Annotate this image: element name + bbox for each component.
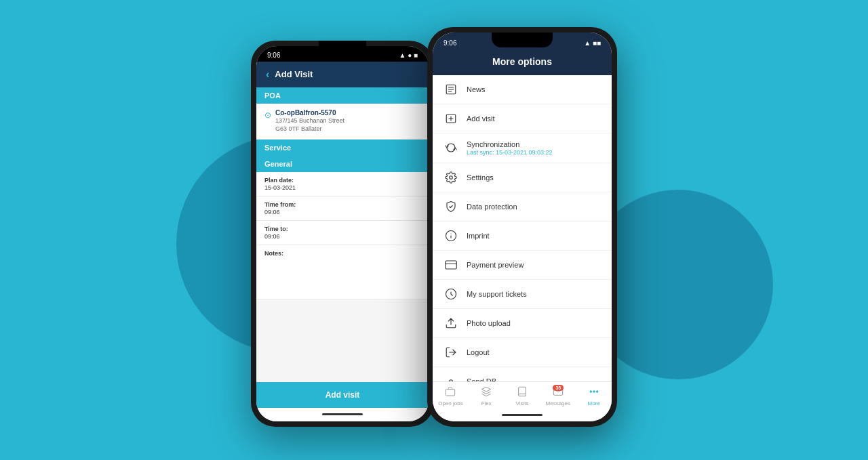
notch-1 — [319, 46, 366, 51]
svg-point-7 — [450, 175, 453, 179]
home-indicator-1 — [322, 413, 363, 415]
svg-point-21 — [596, 391, 597, 392]
menu-icon-payment — [443, 257, 458, 272]
menu-item-content-logout: Logout — [467, 348, 601, 356]
service-section-header: Service — [256, 140, 429, 156]
phone-add-visit: 9:06 ▲ ● ■ ‹ Add Visit POA ⊙ Co-op — [251, 41, 434, 427]
menu-icon-news — [443, 82, 458, 97]
time-to-label: Time to: — [264, 226, 420, 232]
menu-icon-upload — [443, 316, 458, 331]
status-time-1: 9:06 — [267, 51, 280, 59]
menu-item-content-photo-upload: Photo upload — [467, 319, 601, 327]
location-name: Co-opBalfron-5570 — [275, 109, 344, 117]
time-from-value: 09:06 — [264, 209, 420, 215]
add-visit-button[interactable]: Add visit — [256, 382, 429, 408]
menu-item-support-tickets[interactable]: My support tickets — [433, 280, 612, 309]
tab-icon-messages: 35 — [553, 386, 564, 399]
menu-item-synchronization[interactable]: SynchronizationLast sync: 15-03-2021 09:… — [433, 133, 612, 163]
location-address-1: 137/145 Buchanan Street — [275, 117, 344, 125]
plan-date-label: Plan date: — [264, 177, 420, 184]
svg-rect-17 — [446, 389, 455, 395]
status-time-2: 9:06 — [443, 39, 456, 47]
menu-item-imprint[interactable]: Imprint — [433, 222, 612, 251]
menu-item-content-settings: Settings — [467, 173, 601, 182]
messages-badge: 35 — [553, 385, 564, 391]
phone-more-options: 9:06 ▲ ■■ More options News Add visit Sy… — [427, 27, 617, 427]
menu-item-add-visit[interactable]: Add visit — [433, 104, 612, 133]
menu-icon-info — [443, 228, 458, 243]
phone-1-content: POA ⊙ Co-opBalfron-5570 137/145 Buchanan… — [256, 87, 429, 382]
menu-item-content-payment-preview: Payment preview — [467, 261, 601, 269]
menu-item-send-db[interactable]: Send DB — [433, 367, 612, 381]
phone-1-screen: 9:06 ▲ ● ■ ‹ Add Visit POA ⊙ Co-op — [256, 46, 429, 421]
menu-item-content-add-visit: Add visit — [467, 114, 601, 123]
phone-1-header: ‹ Add Visit — [256, 62, 429, 87]
menu-icon-settings — [443, 170, 458, 185]
svg-point-20 — [593, 391, 595, 392]
menu-item-news[interactable]: News — [433, 75, 612, 104]
menu-item-label-settings: Settings — [467, 173, 494, 182]
menu-item-label-news: News — [467, 85, 486, 93]
time-to-value: 09:06 — [264, 233, 420, 240]
tab-item-flex[interactable]: Flex — [469, 386, 505, 406]
tab-label-open-jobs: Open jobs — [438, 400, 462, 406]
menu-item-sublabel-synchronization: Last sync: 15-03-2021 09:03:22 — [467, 149, 601, 156]
phone-1-bottom-bar — [256, 408, 429, 421]
phone-2-header: More options — [433, 51, 612, 75]
plan-date-field: Plan date: 15-03-2021 — [256, 172, 429, 196]
tab-icon-open-jobs — [445, 386, 456, 399]
notes-field: Notes: — [256, 245, 429, 299]
status-icons-2: ▲ ■■ — [584, 39, 601, 47]
menu-item-settings[interactable]: Settings — [433, 163, 612, 192]
menu-item-photo-upload[interactable]: Photo upload — [433, 309, 612, 338]
menu-item-payment-preview[interactable]: Payment preview — [433, 251, 612, 280]
add-visit-title: Add Visit — [275, 69, 313, 79]
phone-2-screen: 9:06 ▲ ■■ More options News Add visit Sy… — [433, 33, 612, 421]
time-from-label: Time from: — [264, 201, 420, 208]
tab-label-more: More — [587, 400, 599, 406]
tab-label-messages: Messages — [546, 400, 570, 406]
time-to-field: Time to: 09:06 — [256, 221, 429, 245]
menu-item-label-photo-upload: Photo upload — [467, 319, 511, 327]
home-indicator-2 — [502, 414, 542, 416]
general-section-header: General — [256, 156, 429, 172]
menu-icon-sync — [443, 140, 458, 155]
menu-item-content-news: News — [467, 85, 601, 93]
location-item[interactable]: ⊙ Co-opBalfron-5570 137/145 Buchanan Str… — [256, 104, 429, 140]
menu-item-label-payment-preview: Payment preview — [467, 261, 524, 269]
menu-icon-add-visit — [443, 111, 458, 126]
phones-wrapper: 9:06 ▲ ● ■ ‹ Add Visit POA ⊙ Co-op — [251, 27, 617, 434]
menu-list: News Add visit SynchronizationLast sync:… — [433, 75, 612, 381]
plan-date-value: 15-03-2021 — [264, 184, 420, 191]
tab-icon-more — [589, 386, 599, 399]
menu-item-label-data-protection: Data protection — [467, 203, 517, 211]
tab-item-messages[interactable]: 35 Messages — [540, 386, 576, 406]
tab-bar: Open jobs Flex Visits 35 Messages More — [433, 381, 612, 409]
menu-item-content-support-tickets: My support tickets — [467, 290, 601, 298]
tab-item-open-jobs[interactable]: Open jobs — [433, 386, 469, 406]
menu-icon-send-db — [443, 374, 458, 381]
svg-rect-11 — [446, 261, 457, 269]
phone-2-bottom — [433, 409, 612, 421]
notch-2 — [492, 33, 553, 47]
poa-section-header: POA — [256, 87, 429, 104]
menu-item-label-logout: Logout — [467, 348, 490, 356]
menu-icon-ticket — [443, 287, 458, 301]
tab-item-more[interactable]: More — [576, 386, 612, 406]
tab-label-visits: Visits — [516, 400, 529, 406]
menu-item-content-imprint: Imprint — [467, 232, 601, 240]
status-bar-1: 9:06 ▲ ● ■ — [256, 46, 429, 62]
location-details: Co-opBalfron-5570 137/145 Buchanan Stree… — [275, 109, 344, 133]
tab-icon-flex — [481, 386, 492, 399]
tab-item-visits[interactable]: Visits — [505, 386, 540, 406]
menu-item-label-support-tickets: My support tickets — [467, 290, 527, 298]
menu-icon-logout — [443, 345, 458, 360]
menu-item-data-protection[interactable]: Data protection — [433, 192, 612, 222]
more-options-title: More options — [492, 56, 552, 67]
menu-item-logout[interactable]: Logout — [433, 338, 612, 367]
svg-marker-18 — [482, 387, 491, 392]
back-button[interactable]: ‹ — [266, 68, 269, 81]
svg-point-19 — [590, 391, 591, 392]
menu-item-label-add-visit: Add visit — [467, 114, 495, 123]
status-bar-2: 9:06 ▲ ■■ — [433, 33, 612, 51]
